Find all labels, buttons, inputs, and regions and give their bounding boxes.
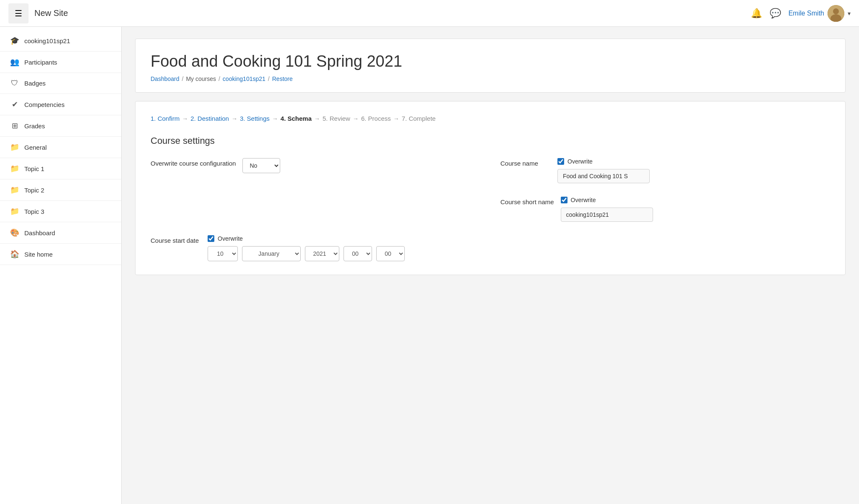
svg-point-1 [833,8,839,14]
site-name: New Site [34,8,68,18]
sidebar-item-competencies[interactable]: ✔ Competencies [0,94,121,115]
sidebar-item-cooking101sp21[interactable]: 🎓 cooking101sp21 [0,30,121,52]
step-6-process: 6. Process [361,115,391,122]
settings-grid: Overwrite course configuration No Yes Co… [151,158,830,222]
overwrite-course-config-row: Overwrite course configuration No Yes [151,158,480,183]
home-icon: 🏠 [10,249,19,259]
course-name-overwrite-checkbox[interactable] [557,158,564,165]
step-2-destination[interactable]: 2. Destination [190,115,229,122]
folder-icon: 📁 [10,207,19,216]
sidebar-item-label: Participants [24,59,57,66]
page-header-card: Food and Cooking 101 Spring 2021 Dashboa… [135,39,846,93]
sidebar-item-label: Topic 1 [24,165,44,172]
month-select[interactable]: January [242,246,301,261]
sidebar-item-label: Site home [24,251,53,258]
minute-select[interactable]: 00 [376,246,405,261]
sidebar-item-topic3[interactable]: 📁 Topic 3 [0,201,121,222]
grid-icon: ⊞ [10,121,19,130]
course-short-name-input[interactable] [561,208,653,222]
course-start-date-overwrite-row: Overwrite [208,235,405,242]
sidebar-item-topic1[interactable]: 📁 Topic 1 [0,158,121,179]
avatar [828,5,844,22]
course-short-name-control: Overwrite [561,197,653,222]
sidebar-item-label: General [24,144,47,151]
menu-button[interactable]: ☰ [8,3,29,23]
sidebar-item-label: Topic 3 [24,208,44,215]
course-start-date-overwrite-label: Overwrite [218,235,243,242]
date-inputs: 10 January 2021 00 00 [208,246,405,261]
dropdown-arrow-icon[interactable]: ▾ [848,10,851,17]
breadcrumb-course[interactable]: cooking101sp21 [223,75,266,82]
sidebar-item-grades[interactable]: ⊞ Grades [0,115,121,137]
user-name: Emile Smith [789,10,824,17]
header: ☰ New Site 🔔 💬 Emile Smith ▾ [0,0,859,27]
notification-icon[interactable]: 🔔 [751,8,762,19]
step-arrow: → [353,115,359,122]
step-arrow: → [232,115,237,122]
step-7-complete: 7. Complete [402,115,436,122]
sidebar-item-label: Competencies [24,101,65,108]
breadcrumb: Dashboard / My courses / cooking101sp21 … [151,75,830,82]
sidebar-item-topic2[interactable]: 📁 Topic 2 [0,179,121,201]
course-name-label: Course name [500,158,551,167]
course-name-control: Overwrite [557,158,650,183]
hour-select[interactable]: 00 [344,246,372,261]
overwrite-course-config-label: Overwrite course configuration [151,158,236,167]
course-start-date-row: Course start date Overwrite 10 January [151,235,830,261]
sidebar-item-dashboard[interactable]: 🎨 Dashboard [0,222,121,244]
sidebar-item-label: Badges [24,80,46,87]
course-name-overwrite-row: Overwrite [557,158,650,165]
course-start-date-controls: Overwrite 10 January 2021 00 [208,235,405,261]
check-icon: ✔ [10,100,19,109]
shield-icon: 🛡 [10,79,19,88]
step-arrow: → [393,115,399,122]
participants-icon: 👥 [10,57,19,67]
folder-icon: 📁 [10,143,19,152]
sidebar: 🎓 cooking101sp21 👥 Participants 🛡 Badges… [0,27,122,504]
course-start-date-label: Course start date [151,235,201,244]
folder-icon: 📁 [10,164,19,173]
course-name-overwrite-label: Overwrite [567,158,593,165]
course-name-input[interactable] [557,169,650,183]
sidebar-item-site-home[interactable]: 🏠 Site home [0,244,121,265]
course-short-name-label: Course short name [500,197,554,205]
course-short-name-row: Course short name Overwrite [500,197,830,222]
overwrite-course-config-select[interactable]: No Yes [242,158,280,173]
breadcrumb-sep: / [219,75,220,82]
page-title: Food and Cooking 101 Spring 2021 [151,52,830,70]
course-short-name-overwrite-label: Overwrite [571,197,596,203]
course-start-date-overwrite-checkbox[interactable] [208,235,214,242]
graduation-icon: 🎓 [10,36,19,45]
step-1-confirm[interactable]: 1. Confirm [151,115,180,122]
sidebar-item-general[interactable]: 📁 General [0,137,121,158]
user-menu[interactable]: Emile Smith ▾ [789,5,851,22]
section-title: Course settings [151,135,830,146]
step-arrow: → [314,115,320,122]
step-3-settings[interactable]: 3. Settings [240,115,270,122]
breadcrumb-my-courses: My courses [186,75,216,82]
sidebar-item-participants[interactable]: 👥 Participants [0,52,121,73]
day-select[interactable]: 10 [208,246,238,261]
palette-icon: 🎨 [10,228,19,237]
left-spacer [151,197,480,222]
step-arrow: → [272,115,278,122]
breadcrumb-dashboard[interactable]: Dashboard [151,75,180,82]
header-right: 🔔 💬 Emile Smith ▾ [751,5,851,22]
content-card: 1. Confirm → 2. Destination → 3. Setting… [135,101,846,275]
sidebar-item-label: Grades [24,122,45,130]
sidebar-item-label: Topic 2 [24,187,44,194]
step-4-schema: 4. Schema [281,115,312,122]
course-name-row: Course name Overwrite [500,158,830,183]
course-short-name-overwrite-checkbox[interactable] [561,197,567,203]
year-select[interactable]: 2021 [305,246,339,261]
message-icon[interactable]: 💬 [770,8,781,19]
main-content: Food and Cooking 101 Spring 2021 Dashboa… [122,27,859,504]
sidebar-item-label: cooking101sp21 [24,37,70,44]
sidebar-item-badges[interactable]: 🛡 Badges [0,73,121,94]
breadcrumb-sep: / [268,75,270,82]
steps-bar: 1. Confirm → 2. Destination → 3. Setting… [151,115,830,122]
course-short-name-overwrite-row: Overwrite [561,197,653,203]
sidebar-item-label: Dashboard [24,229,55,236]
step-arrow: → [182,115,188,122]
breadcrumb-restore[interactable]: Restore [272,75,293,82]
